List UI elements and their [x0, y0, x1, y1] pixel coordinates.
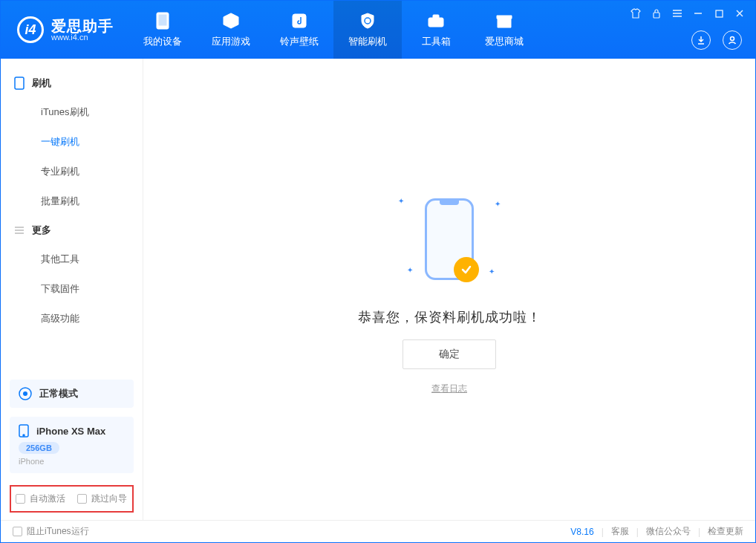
sidebar-item-oneclick-flash[interactable]: 一键刷机 — [1, 127, 143, 157]
nav-ringtones-wallpapers[interactable]: 铃声壁纸 — [265, 1, 333, 59]
logo-icon: i4 — [17, 16, 44, 43]
sidebar: 刷机 iTunes刷机 一键刷机 专业刷机 批量刷机 更多 其他工具 下载固件 … — [1, 59, 143, 520]
sidebar-item-advanced[interactable]: 高级功能 — [1, 304, 143, 334]
menu-icon[interactable] — [672, 8, 682, 19]
refresh-shield-icon — [358, 11, 377, 30]
phone-icon — [14, 77, 25, 90]
checkbox-label: 跳过向导 — [91, 492, 127, 505]
sidebar-item-pro-flash[interactable]: 专业刷机 — [1, 157, 143, 186]
success-illustration: ✦ ✦ ✦ ✦ — [394, 183, 505, 295]
top-nav: 我的设备 应用游戏 铃声壁纸 智能刷机 工具箱 爱思商城 — [128, 1, 538, 59]
footer-link-update[interactable]: 检查更新 — [708, 525, 743, 538]
music-icon — [290, 11, 309, 30]
sidebar-item-other-tools[interactable]: 其他工具 — [1, 244, 143, 274]
sidebar-group-flash: 刷机 — [1, 69, 143, 97]
sparkle-icon: ✦ — [398, 197, 404, 205]
sidebar-group-more: 更多 — [1, 216, 143, 244]
nav-label: 工具箱 — [422, 35, 451, 48]
svg-rect-1 — [158, 14, 167, 26]
success-message: 恭喜您，保资料刷机成功啦！ — [358, 308, 541, 326]
svg-rect-5 — [654, 13, 659, 18]
sparkle-icon: ✦ — [407, 266, 413, 274]
phone-icon — [425, 198, 474, 280]
device-icon — [153, 11, 172, 30]
sidebar-group-label: 刷机 — [32, 77, 51, 90]
cube-icon — [221, 11, 241, 30]
sidebar-item-download-firmware[interactable]: 下载固件 — [1, 274, 143, 304]
ok-button[interactable]: 确定 — [403, 339, 496, 369]
status-bar: 阻止iTunes运行 V8.16 | 客服 | 微信公众号 | 检查更新 — [1, 520, 755, 542]
sidebar-item-batch-flash[interactable]: 批量刷机 — [1, 186, 143, 216]
logo: i4 爱思助手 www.i4.cn — [1, 16, 128, 43]
check-badge-icon — [454, 257, 479, 282]
user-button[interactable] — [723, 30, 742, 50]
checkbox-block-itunes[interactable]: 阻止iTunes运行 — [13, 525, 89, 538]
tshirt-icon[interactable] — [630, 8, 641, 19]
nav-label: 爱思商城 — [485, 35, 524, 48]
footer-link-support[interactable]: 客服 — [611, 525, 629, 538]
download-button[interactable] — [691, 30, 711, 50]
logo-subtitle: www.i4.cn — [51, 33, 114, 42]
logo-title: 爱思助手 — [51, 19, 114, 33]
close-button[interactable] — [734, 8, 745, 19]
maximize-button[interactable] — [714, 8, 724, 19]
main-content: ✦ ✦ ✦ ✦ 恭喜您，保资料刷机成功啦！ 确定 查看日志 — [143, 59, 755, 520]
header-actions — [691, 30, 742, 50]
checkbox-icon — [16, 494, 25, 504]
nav-toolbox[interactable]: 工具箱 — [402, 1, 470, 59]
device-card[interactable]: iPhone XS Max 256GB iPhone — [10, 417, 134, 473]
checkbox-auto-activate[interactable]: 自动激活 — [16, 492, 65, 505]
sparkle-icon: ✦ — [489, 267, 495, 276]
device-name: iPhone XS Max — [36, 426, 105, 437]
device-icon — [19, 424, 29, 438]
storage-badge: 256GB — [19, 442, 59, 454]
checkbox-skip-guide[interactable]: 跳过向导 — [77, 492, 127, 505]
footer-link-wechat[interactable]: 微信公众号 — [646, 525, 691, 538]
sparkle-icon: ✦ — [495, 200, 501, 208]
list-icon — [14, 226, 25, 235]
window-controls-top — [630, 8, 745, 19]
nav-apps-games[interactable]: 应用游戏 — [197, 1, 265, 59]
svg-point-19 — [23, 391, 27, 396]
nav-label: 铃声壁纸 — [280, 35, 319, 48]
svg-rect-3 — [428, 18, 443, 27]
nav-smart-flash[interactable]: 智能刷机 — [333, 1, 402, 59]
nav-label: 应用游戏 — [212, 35, 250, 48]
nav-my-device[interactable]: 我的设备 — [128, 1, 197, 59]
checkbox-label: 阻止iTunes运行 — [27, 525, 89, 538]
nav-store[interactable]: 爱思商城 — [470, 1, 538, 59]
checkbox-icon — [77, 494, 87, 504]
nav-label: 我的设备 — [143, 35, 182, 48]
mode-label: 正常模式 — [39, 387, 78, 400]
mode-card[interactable]: 正常模式 — [10, 380, 134, 408]
svg-rect-4 — [433, 15, 439, 19]
checkbox-icon — [13, 527, 22, 536]
svg-rect-10 — [716, 10, 723, 17]
device-type: iPhone — [19, 457, 125, 466]
mode-icon — [19, 387, 32, 400]
app-header: i4 爱思助手 www.i4.cn 我的设备 应用游戏 铃声壁纸 智能刷机 工具… — [1, 1, 755, 59]
view-log-link[interactable]: 查看日志 — [431, 383, 467, 395]
toolbox-icon — [426, 11, 446, 30]
nav-label: 智能刷机 — [348, 35, 387, 48]
checkbox-label: 自动激活 — [30, 492, 65, 505]
store-icon — [495, 11, 514, 30]
lock-icon[interactable] — [651, 8, 662, 19]
sidebar-group-label: 更多 — [32, 224, 51, 237]
minimize-button[interactable] — [693, 8, 703, 19]
svg-rect-14 — [15, 77, 24, 89]
sidebar-item-itunes-flash[interactable]: iTunes刷机 — [1, 97, 143, 127]
svg-point-21 — [23, 435, 25, 436]
version-label: V8.16 — [570, 527, 593, 537]
bottom-options-highlighted: 自动激活 跳过向导 — [10, 485, 134, 513]
svg-point-13 — [731, 37, 734, 41]
